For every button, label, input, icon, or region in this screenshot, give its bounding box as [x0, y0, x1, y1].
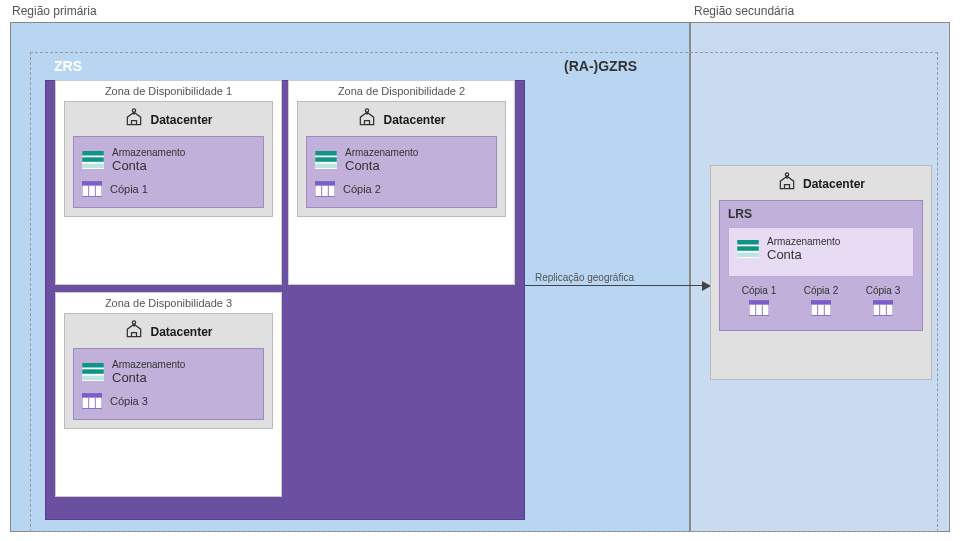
- copy-icon: [82, 181, 102, 197]
- zone-3: Zona de Disponibilidade 3 Datacenter Arm…: [55, 292, 282, 497]
- datacenter-icon: [357, 108, 377, 132]
- zone-2-title: Zona de Disponibilidade 2: [289, 81, 514, 101]
- zrs-label: ZRS: [54, 58, 82, 74]
- gzrs-label: (RA-)GZRS: [564, 58, 637, 74]
- datacenter-icon: [124, 320, 144, 344]
- lrs-storage: Armazenamento Conta: [728, 227, 914, 277]
- zone-1-copy-label: Cópia 1: [110, 183, 148, 195]
- storage-line2: Conta: [112, 370, 185, 385]
- zone-2-datacenter: Datacenter Armazenamento Conta Cópia 2: [297, 101, 506, 217]
- lrs-copy-2: Cópia 2: [790, 285, 851, 320]
- storage-line2: Conta: [767, 247, 840, 262]
- zone-2-storage: Armazenamento Conta Cópia 2: [306, 136, 497, 208]
- zone-1: Zona de Disponibilidade 1 Datacenter Arm…: [55, 80, 282, 285]
- copy-icon: [811, 300, 831, 316]
- lrs-copy-1: Cópia 1: [728, 285, 789, 320]
- region-primary-label: Região primária: [12, 4, 97, 18]
- zone-2: Zona de Disponibilidade 2 Datacenter Arm…: [288, 80, 515, 285]
- storage-icon: [82, 151, 104, 169]
- copy-icon: [82, 393, 102, 409]
- lrs-copy-3-label: Cópia 3: [852, 285, 913, 296]
- lrs-copy-3: Cópia 3: [852, 285, 913, 320]
- zone-1-title: Zona de Disponibilidade 1: [56, 81, 281, 101]
- copy-icon: [315, 181, 335, 197]
- arrow-line: [525, 285, 710, 286]
- lrs-copies: Cópia 1 Cópia 2 Cópia 3: [728, 285, 914, 320]
- datacenter-title: Datacenter: [803, 177, 865, 191]
- zone-3-storage: Armazenamento Conta Cópia 3: [73, 348, 264, 420]
- datacenter-icon: [124, 108, 144, 132]
- secondary-datacenter: Datacenter LRS Armazenamento Conta Cópia…: [710, 165, 932, 380]
- datacenter-title: Datacenter: [150, 325, 212, 339]
- storage-line2: Conta: [345, 158, 418, 173]
- zone-3-title: Zona de Disponibilidade 3: [56, 293, 281, 313]
- storage-icon: [737, 240, 759, 258]
- datacenter-title: Datacenter: [383, 113, 445, 127]
- storage-line1: Armazenamento: [345, 147, 418, 158]
- storage-line2: Conta: [112, 158, 185, 173]
- zone-1-datacenter: Datacenter Armazenamento Conta Cópia 1: [64, 101, 273, 217]
- zone-3-copy-label: Cópia 3: [110, 395, 148, 407]
- zone-2-copy-label: Cópia 2: [343, 183, 381, 195]
- copy-icon: [873, 300, 893, 316]
- replication-label: Replicação geográfica: [525, 272, 710, 283]
- lrs-copy-1-label: Cópia 1: [728, 285, 789, 296]
- replication-arrow: Replicação geográfica: [525, 272, 710, 286]
- region-secondary-label: Região secundária: [694, 4, 794, 18]
- lrs-label: LRS: [728, 207, 914, 221]
- lrs-box: LRS Armazenamento Conta Cópia 1 Cópia 2 …: [719, 200, 923, 331]
- datacenter-icon: [777, 172, 797, 196]
- lrs-copy-2-label: Cópia 2: [790, 285, 851, 296]
- zone-1-storage: Armazenamento Conta Cópia 1: [73, 136, 264, 208]
- copy-icon: [749, 300, 769, 316]
- zone-3-datacenter: Datacenter Armazenamento Conta Cópia 3: [64, 313, 273, 429]
- datacenter-title: Datacenter: [150, 113, 212, 127]
- storage-line1: Armazenamento: [767, 236, 840, 247]
- storage-line1: Armazenamento: [112, 147, 185, 158]
- storage-icon: [82, 363, 104, 381]
- storage-icon: [315, 151, 337, 169]
- storage-line1: Armazenamento: [112, 359, 185, 370]
